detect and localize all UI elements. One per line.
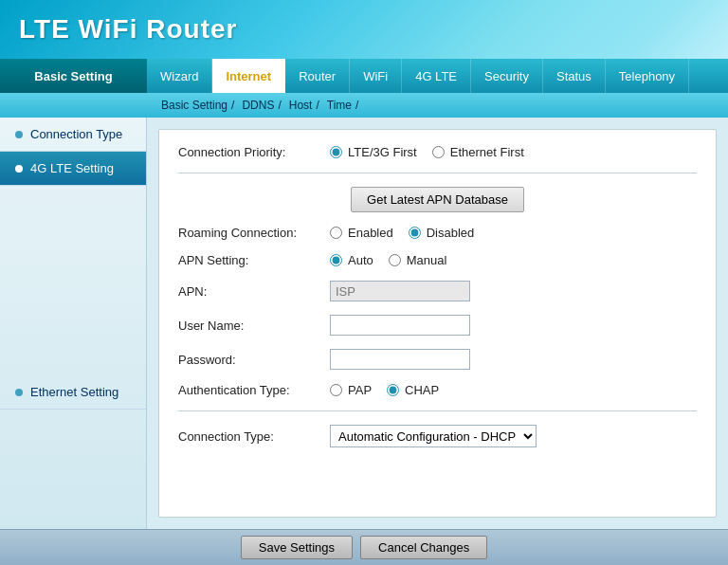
auth-pap-option[interactable]: PAP bbox=[330, 383, 372, 397]
header-title: LTE WiFi Router bbox=[19, 14, 237, 45]
auth-type-label: Authentication Type: bbox=[178, 383, 330, 397]
sidebar-dot-ethernet bbox=[15, 389, 23, 396]
apn-setting-controls: Auto Manual bbox=[330, 253, 446, 267]
ethernet-first-label: Ethernet First bbox=[450, 145, 524, 159]
nav-bar: Basic Setting Wizard Internet Router WiF… bbox=[0, 59, 728, 93]
sidebar-label-ethernet-setting: Ethernet Setting bbox=[30, 385, 118, 399]
sidebar-item-4glte-setting[interactable]: 4G LTE Setting bbox=[0, 152, 146, 186]
lte-3g-first-radio[interactable] bbox=[330, 146, 342, 158]
tab-wifi[interactable]: WiFi bbox=[350, 59, 402, 93]
apn-auto-label: Auto bbox=[348, 253, 373, 267]
username-label: User Name: bbox=[178, 319, 330, 333]
sidebar-label-connection-type: Connection Type bbox=[30, 127, 122, 141]
tab-router[interactable]: Router bbox=[285, 59, 350, 93]
roaming-disabled-label: Disabled bbox=[427, 226, 475, 240]
apn-setting-row: APN Setting: Auto Manual bbox=[178, 253, 697, 267]
apn-auto-radio[interactable] bbox=[330, 254, 342, 266]
password-label: Password: bbox=[178, 353, 330, 367]
apn-manual-radio[interactable] bbox=[389, 254, 401, 266]
sidebar-dot bbox=[15, 131, 23, 138]
breadcrumb-time[interactable]: Time bbox=[327, 99, 352, 112]
roaming-enabled-radio[interactable] bbox=[330, 227, 342, 239]
auth-pap-radio[interactable] bbox=[330, 384, 342, 396]
sidebar: Connection Type 4G LTE Setting Ethernet … bbox=[0, 118, 147, 529]
roaming-enabled-label: Enabled bbox=[348, 226, 393, 240]
nav-sidebar-label: Basic Setting bbox=[0, 59, 147, 93]
username-input[interactable] bbox=[330, 315, 470, 336]
get-apn-button[interactable]: Get Latest APN Database bbox=[351, 187, 524, 212]
connection-priority-controls: LTE/3G First Ethernet First bbox=[330, 145, 524, 159]
connection-type-row: Connection Type: Automatic Configuration… bbox=[178, 425, 697, 447]
breadcrumb-host[interactable]: Host bbox=[289, 99, 313, 112]
separator-1 bbox=[178, 173, 697, 173]
apn-manual-label: Manual bbox=[407, 253, 447, 267]
roaming-disabled-option[interactable]: Disabled bbox=[409, 226, 475, 240]
main-layout: duprouter Connection Type 4G LTE Setting… bbox=[0, 118, 728, 529]
apn-manual-option[interactable]: Manual bbox=[389, 253, 447, 267]
breadcrumb-basic-setting[interactable]: Basic Setting bbox=[161, 99, 228, 112]
connection-priority-label: Connection Priority: bbox=[178, 145, 330, 159]
content-panel: Connection Priority: LTE/3G First Ethern… bbox=[158, 129, 717, 518]
apn-auto-option[interactable]: Auto bbox=[330, 253, 373, 267]
auth-type-controls: PAP CHAP bbox=[330, 383, 439, 397]
tab-telephony[interactable]: Telephony bbox=[606, 59, 689, 93]
auth-chap-label: CHAP bbox=[405, 383, 439, 397]
roaming-connection-row: Roaming Connection: Enabled Disabled bbox=[178, 226, 697, 240]
sidebar-dot-active bbox=[15, 165, 23, 173]
header-decoration bbox=[614, 0, 728, 59]
cancel-button[interactable]: Cancel Changes bbox=[360, 536, 487, 559]
sidebar-item-ethernet-setting[interactable]: Ethernet Setting bbox=[0, 375, 146, 410]
tab-status[interactable]: Status bbox=[543, 59, 606, 93]
password-row: Password: bbox=[178, 349, 697, 370]
nav-tabs: Wizard Internet Router WiFi 4G LTE Secur… bbox=[147, 59, 689, 93]
roaming-enabled-option[interactable]: Enabled bbox=[330, 226, 393, 240]
lte-3g-first-label: LTE/3G First bbox=[348, 145, 417, 159]
connection-type-label: Connection Type: bbox=[178, 429, 330, 444]
lte-3g-first-option[interactable]: LTE/3G First bbox=[330, 145, 417, 159]
auth-type-row: Authentication Type: PAP CHAP bbox=[178, 383, 697, 397]
auth-chap-radio[interactable] bbox=[387, 384, 399, 396]
tab-wizard[interactable]: Wizard bbox=[147, 59, 212, 93]
bottom-bar: Save Settings Cancel Changes bbox=[0, 529, 728, 565]
roaming-connection-label: Roaming Connection: bbox=[178, 226, 330, 240]
password-input[interactable] bbox=[330, 349, 470, 370]
separator-2 bbox=[178, 410, 697, 411]
save-button[interactable]: Save Settings bbox=[241, 536, 353, 559]
connection-priority-row: Connection Priority: LTE/3G First Ethern… bbox=[178, 145, 697, 159]
ethernet-first-radio[interactable] bbox=[432, 146, 445, 158]
apn-row: APN: bbox=[178, 281, 697, 301]
username-row: User Name: bbox=[178, 315, 697, 336]
connection-type-select[interactable]: Automatic Configuration - DHCP Static IP… bbox=[330, 425, 537, 447]
breadcrumb-ddns[interactable]: DDNS bbox=[242, 99, 274, 112]
content-area: Connection Priority: LTE/3G First Ethern… bbox=[147, 118, 728, 529]
roaming-connection-controls: Enabled Disabled bbox=[330, 226, 474, 240]
sidebar-spacer bbox=[0, 186, 146, 375]
auth-chap-option[interactable]: CHAP bbox=[387, 383, 439, 397]
auth-pap-label: PAP bbox=[348, 383, 372, 397]
apn-button-row: Get Latest APN Database bbox=[178, 187, 697, 212]
sidebar-item-connection-type[interactable]: Connection Type bbox=[0, 118, 146, 152]
breadcrumb: Basic Setting / DDNS / Host / Time / bbox=[0, 93, 728, 118]
sidebar-label-4glte-setting: 4G LTE Setting bbox=[30, 161, 114, 175]
header: LTE WiFi Router bbox=[0, 0, 728, 59]
ethernet-first-option[interactable]: Ethernet First bbox=[432, 145, 524, 159]
tab-4glte[interactable]: 4G LTE bbox=[402, 59, 471, 93]
tab-security[interactable]: Security bbox=[471, 59, 543, 93]
apn-input[interactable] bbox=[330, 281, 470, 301]
apn-setting-label: APN Setting: bbox=[178, 253, 330, 267]
roaming-disabled-radio[interactable] bbox=[409, 227, 421, 239]
apn-label: APN: bbox=[178, 284, 330, 299]
tab-internet[interactable]: Internet bbox=[212, 59, 285, 93]
